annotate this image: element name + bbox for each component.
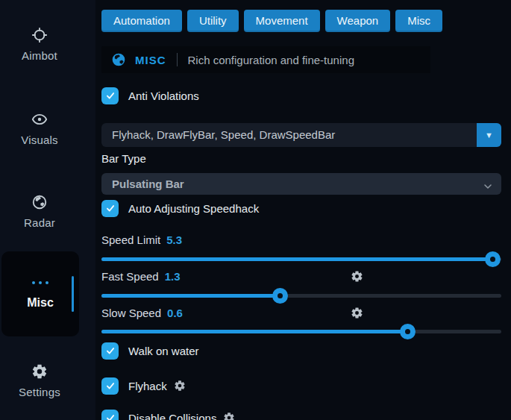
checkbox-auto-adjusting-speedhack[interactable]: Auto Adjusting Speedhack bbox=[101, 199, 259, 217]
slider-slow-speed-header: Slow Speed 0.6 bbox=[101, 307, 183, 322]
slider-slow-speed[interactable] bbox=[101, 324, 501, 339]
active-indicator bbox=[72, 276, 74, 312]
bar-type-select[interactable]: Pulsating Bar bbox=[101, 173, 501, 195]
main-panel: Automation Utility Movement Weapon Misc … bbox=[101, 0, 501, 420]
slider-speed-limit[interactable] bbox=[101, 251, 501, 267]
slider-fill bbox=[101, 294, 280, 298]
slider-speed-limit-header: Speed Limit 5.3 bbox=[101, 233, 182, 248]
dropdown-open-button[interactable]: ▼ bbox=[477, 123, 501, 147]
slider-label: Fast Speed bbox=[101, 270, 159, 283]
triangle-down-icon: ▼ bbox=[485, 123, 493, 147]
slider-label: Slow Speed bbox=[101, 307, 161, 319]
slider-handle[interactable] bbox=[272, 288, 288, 304]
sidebar-item-visuals[interactable]: Visuals bbox=[0, 111, 79, 146]
slider-fill bbox=[101, 257, 492, 261]
gear-icon[interactable] bbox=[351, 307, 363, 322]
chevron-down-icon bbox=[482, 178, 494, 199]
checkbox-checked-icon[interactable] bbox=[101, 87, 119, 104]
ellipsis-icon bbox=[1, 281, 79, 284]
checkbox-label: Flyhack bbox=[128, 380, 167, 392]
bar-multiselect[interactable]: Flyhack, DrawFlyBar, Speed, DrawSpeedBar… bbox=[101, 123, 501, 147]
section-title: MISC bbox=[135, 54, 166, 66]
sidebar-item-misc[interactable]: Misc bbox=[1, 251, 79, 336]
section-header: MISC Rich configuration and fine-tuning bbox=[101, 46, 430, 73]
checkbox-label: Anti Violations bbox=[128, 90, 199, 102]
checkbox-label: Disable Collisions bbox=[128, 412, 216, 420]
checkbox-anti-violations[interactable]: Anti Violations bbox=[101, 87, 199, 104]
slider-value: 1.3 bbox=[165, 270, 181, 283]
sidebar-item-label: Aimbot bbox=[0, 49, 79, 62]
sidebar-item-aimbot[interactable]: Aimbot bbox=[0, 27, 79, 62]
tab-automation[interactable]: Automation bbox=[101, 10, 182, 32]
tab-movement[interactable]: Movement bbox=[244, 10, 320, 32]
gear-icon[interactable] bbox=[174, 380, 186, 392]
checkbox-checked-icon[interactable] bbox=[101, 342, 119, 360]
globe-icon bbox=[111, 52, 126, 67]
bar-type-value: Pulsating Bar bbox=[112, 178, 184, 190]
crosshair-icon bbox=[31, 27, 48, 43]
checkbox-checked-icon[interactable] bbox=[101, 200, 119, 217]
slider-fast-speed-header: Fast Speed 1.3 bbox=[101, 270, 181, 285]
globe-icon bbox=[31, 194, 48, 210]
checkbox-disable-collisions[interactable]: Disable Collisions bbox=[101, 409, 235, 420]
checkbox-flyhack[interactable]: Flyhack bbox=[101, 377, 186, 395]
sidebar-item-label: Radar bbox=[0, 216, 79, 229]
sidebar-item-radar[interactable]: Radar bbox=[0, 194, 79, 229]
checkbox-checked-icon[interactable] bbox=[101, 377, 119, 395]
slider-handle[interactable] bbox=[400, 324, 416, 339]
gear-icon[interactable] bbox=[223, 412, 235, 420]
slider-handle[interactable] bbox=[485, 251, 501, 267]
section-subtitle: Rich configuration and fine-tuning bbox=[188, 54, 354, 66]
category-tabs: Automation Utility Movement Weapon Misc bbox=[101, 10, 442, 32]
gear-icon[interactable] bbox=[351, 270, 363, 286]
bar-multiselect-value: Flyhack, DrawFlyBar, Speed, DrawSpeedBar bbox=[112, 128, 335, 141]
sidebar-item-label: Misc bbox=[1, 296, 79, 310]
checkbox-checked-icon[interactable] bbox=[101, 410, 119, 420]
tab-utility[interactable]: Utility bbox=[187, 10, 239, 32]
sidebar-item-label: Settings bbox=[0, 386, 79, 398]
sidebar: Aimbot Visuals Radar Mi bbox=[0, 0, 95, 420]
slider-label: Speed Limit bbox=[101, 233, 160, 246]
tab-misc[interactable]: Misc bbox=[395, 10, 442, 32]
tab-weapon[interactable]: Weapon bbox=[325, 10, 391, 32]
checkbox-walk-on-water[interactable]: Walk on water bbox=[101, 342, 198, 360]
gear-icon bbox=[31, 363, 48, 380]
slider-value: 0.6 bbox=[167, 307, 183, 319]
sidebar-item-label: Visuals bbox=[0, 134, 79, 146]
bar-type-label: Bar Type bbox=[101, 152, 146, 165]
slider-fast-speed[interactable] bbox=[101, 288, 501, 304]
divider bbox=[177, 53, 178, 66]
slider-fill bbox=[101, 330, 407, 333]
sidebar-item-settings[interactable]: Settings bbox=[0, 363, 79, 398]
checkbox-label: Walk on water bbox=[128, 345, 198, 357]
slider-value: 5.3 bbox=[166, 233, 182, 246]
app-window: Aimbot Visuals Radar Mi bbox=[0, 0, 511, 420]
checkbox-label: Auto Adjusting Speedhack bbox=[128, 202, 259, 215]
eye-icon bbox=[31, 111, 48, 128]
